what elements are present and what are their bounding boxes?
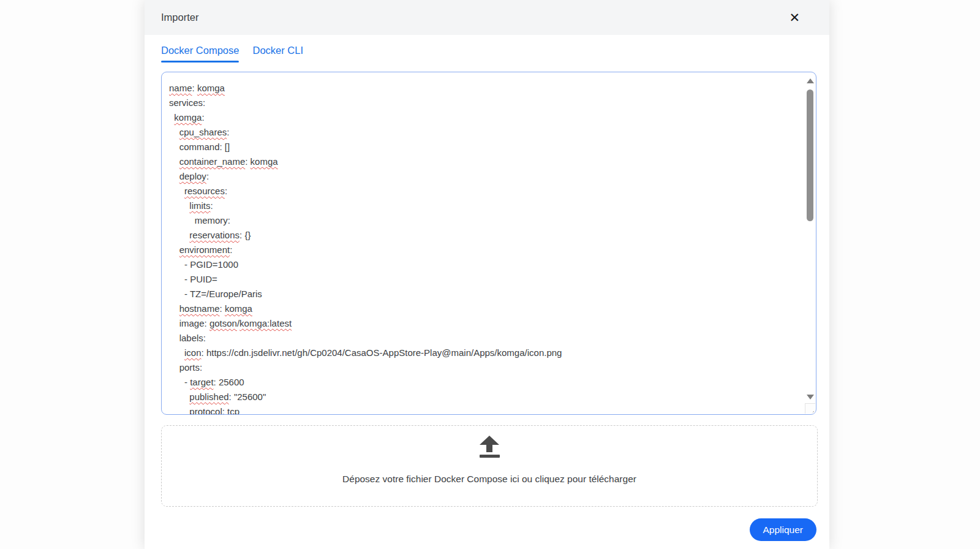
code-line: command: [] [169,140,802,154]
misspelled-word: environment [179,244,230,255]
misspelled-word: protocol [189,406,222,414]
dropzone-wrap: Déposez votre fichier Docker Compose ici… [145,415,829,507]
editor-wrap: name: komgaservices: komga: cpu_shares: … [145,64,829,415]
misspelled-word: container_name [179,156,246,167]
apply-button[interactable]: Appliquer [750,518,817,541]
code-line: icon: https://cdn.jsdelivr.net/gh/Cp0204… [169,346,802,360]
tab-bar: Docker ComposeDocker CLI [145,35,829,64]
code-line: deploy: [169,169,802,184]
misspelled-word: name [169,83,192,93]
code-line: labels: [169,331,802,346]
misspelled-word: komga [197,83,225,93]
code-line: name: komga [169,81,802,96]
misspelled-word: gotson [209,318,237,328]
misspelled-word: target [190,377,213,387]
misspelled-word: published [189,392,228,402]
code-line: limits: [169,199,802,213]
misspelled-word: hostname [179,303,220,314]
misspelled-word: komga:latest [239,318,292,328]
resize-corner [805,403,815,414]
editor-scrollbar[interactable] [806,75,814,401]
dropzone-label: Déposez votre fichier Docker Compose ici… [342,474,636,485]
code-line: komga: [169,110,802,125]
code-line: environment: [169,243,802,257]
misspelled-word: cpu_shares [179,127,227,137]
resize-grip-icon[interactable] [807,406,814,412]
modal-title: Importer [161,12,198,23]
code-line: - target: 25600 [169,375,802,390]
code-line: ports: [169,360,802,375]
code-line: published: "25600" [169,390,802,404]
scroll-up-icon[interactable] [807,78,814,83]
code-line: resources: [169,184,802,199]
code-line: container_name: komga [169,154,802,169]
code-line: - TZ=/Europe/Paris [169,287,802,301]
misspelled-word: komga [251,156,278,167]
code-line: cpu_shares: [169,125,802,140]
import-modal: Importer ✕ Docker ComposeDocker CLI name… [145,0,829,549]
scrollbar-thumb[interactable] [807,89,813,221]
file-dropzone[interactable]: Déposez votre fichier Docker Compose ici… [161,425,818,507]
code-line: reservations: {} [169,228,802,243]
scroll-down-icon[interactable] [807,395,814,399]
tab-docker-cli[interactable]: Docker CLI [252,45,303,64]
code-line: - PUID= [169,272,802,287]
code-line: services: [169,96,802,110]
tab-label: Docker Compose [161,45,239,56]
tab-docker-compose[interactable]: Docker Compose [161,45,239,64]
code-line: hostname: komga [169,301,802,316]
upload-icon [479,436,500,458]
code-line: protocol: tcp [169,404,802,414]
modal-header: Importer ✕ [145,0,829,35]
modal-footer: Appliquer [145,507,829,541]
misspelled-word: komga [225,303,252,314]
compose-editor[interactable]: name: komgaservices: komga: cpu_shares: … [161,72,816,415]
code-line: - PGID=1000 [169,257,802,272]
code-line: memory: [169,213,802,228]
active-tab-underline [161,61,239,62]
misspelled-word: deploy [179,171,206,181]
code-line: image: gotson/komga:latest [169,316,802,331]
misspelled-word: reservations [189,230,239,240]
tab-label: Docker CLI [252,45,303,56]
misspelled-word: resources [184,186,225,196]
misspelled-word: komga [174,112,202,123]
page-backdrop: Importer ✕ Docker ComposeDocker CLI name… [0,0,980,549]
misspelled-word: icon [184,347,202,358]
misspelled-word: limits [189,200,210,211]
compose-editor-content: name: komgaservices: komga: cpu_shares: … [169,81,802,414]
close-icon[interactable]: ✕ [789,11,800,24]
